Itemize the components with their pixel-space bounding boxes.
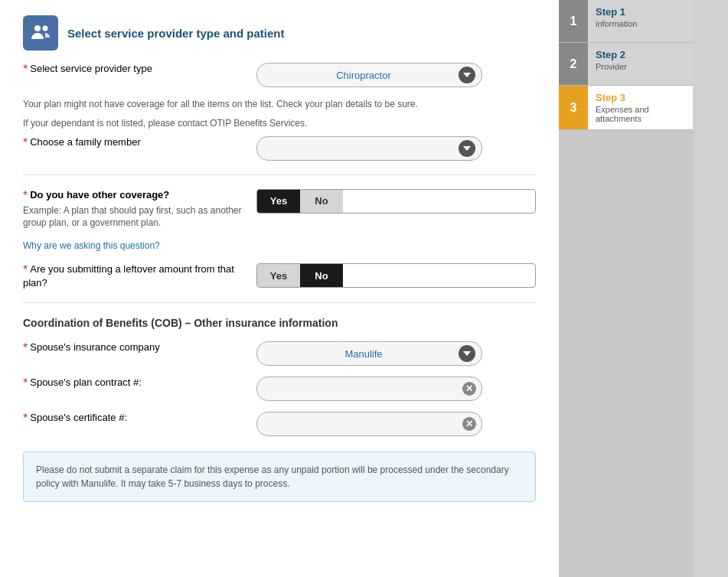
required-marker-spce: *	[23, 412, 28, 425]
sidebar: 1 Step 1 information 2 Step 2 Provider 3…	[559, 0, 693, 577]
step-2-content: Step 2 Provider	[588, 43, 693, 85]
step-3-number: 3	[559, 86, 588, 129]
other-coverage-yesno[interactable]: Yes No	[256, 189, 536, 214]
why-asking-link[interactable]: Why are we asking this question?	[23, 240, 536, 251]
other-coverage-yes-button[interactable]: Yes	[257, 190, 300, 213]
provider-type-arrow-icon	[459, 67, 475, 83]
family-member-display[interactable]	[256, 136, 482, 161]
spouse-company-label-col: *Spouse's insurance company	[23, 341, 256, 355]
spouse-contract-control: ✕	[256, 377, 536, 401]
spouse-company-display[interactable]: Manulife	[256, 341, 482, 366]
info-text-dependant: If your dependant is not listed, please …	[23, 117, 536, 130]
spouse-contract-row: *Spouse's plan contract #: ✕	[23, 377, 536, 401]
family-member-control	[256, 136, 536, 161]
other-coverage-label: Do you have other coverage?	[30, 189, 169, 200]
provider-type-value: Chiropractor	[269, 70, 459, 81]
spouse-cert-clear-icon[interactable]: ✕	[462, 417, 476, 431]
divider-2	[23, 302, 536, 303]
svg-point-1	[43, 26, 48, 31]
step-2-name: Step 2	[596, 49, 685, 60]
sidebar-step-3[interactable]: 3 Step 3 Expenses and attachments	[559, 86, 693, 130]
required-marker: *	[23, 63, 28, 76]
other-coverage-label-col: *Do you have other coverage? Example: A …	[23, 189, 256, 230]
leftover-yes-button[interactable]: Yes	[257, 264, 300, 287]
other-coverage-row: *Do you have other coverage? Example: A …	[23, 189, 536, 230]
other-coverage-label-wrap: *Do you have other coverage?	[23, 189, 256, 203]
provider-type-label-col: *Select service provider type	[23, 63, 256, 77]
required-marker-cov: *	[23, 189, 28, 202]
svg-point-0	[34, 25, 41, 31]
step-1-number: 1	[559, 0, 588, 42]
provider-type-display[interactable]: Chiropractor	[256, 63, 482, 87]
required-marker-sc: *	[23, 341, 28, 354]
spouse-cert-row: *Spouse's certificate #: ✕	[23, 412, 536, 436]
sidebar-step-2[interactable]: 2 Step 2 Provider	[559, 43, 693, 86]
info-text-dependant-text: If your dependant is not listed, please …	[23, 118, 307, 129]
spouse-contract-clear-icon[interactable]: ✕	[462, 382, 476, 396]
step-2-number: 2	[559, 43, 588, 85]
spouse-cert-input[interactable]	[256, 412, 482, 436]
family-member-label: Choose a family member	[30, 136, 141, 148]
spouse-cert-label-col: *Spouse's certificate #:	[23, 412, 256, 425]
leftover-no-button[interactable]: No	[300, 264, 343, 287]
spouse-cert-label: Spouse's certificate #:	[30, 412, 127, 424]
provider-type-label: Select service provider type	[30, 63, 152, 74]
spouse-cert-control: ✕	[256, 412, 536, 436]
step-3-name: Step 3	[596, 92, 685, 103]
leftover-label-col: *Are you submitting a leftover amount fr…	[23, 263, 256, 288]
main-content: Select service provider type and patient…	[0, 0, 559, 577]
cob-title: Coordination of Benefits (COB) – Other i…	[23, 317, 536, 329]
required-marker-family: *	[23, 136, 28, 149]
notice-box: Please do not submit a separate claim fo…	[23, 451, 536, 502]
section-icon	[23, 15, 58, 51]
spouse-company-control: Manulife	[256, 341, 536, 366]
spouse-cert-input-wrap: ✕	[256, 412, 482, 436]
provider-type-select[interactable]: Chiropractor	[256, 63, 482, 87]
spouse-contract-label-col: *Spouse's plan contract #:	[23, 377, 256, 390]
leftover-control: Yes No	[256, 263, 536, 288]
other-coverage-no-button[interactable]: No	[300, 190, 343, 213]
divider-1	[23, 174, 536, 175]
sidebar-step-1[interactable]: 1 Step 1 information	[559, 0, 693, 43]
info-text-coverage: Your plan might not have coverage for al…	[23, 98, 536, 111]
section-header: Select service provider type and patient	[23, 15, 536, 51]
family-member-select[interactable]	[256, 136, 482, 161]
family-member-label-col: *Choose a family member	[23, 136, 256, 150]
spouse-contract-label: Spouse's plan contract #:	[30, 377, 142, 389]
leftover-yesno[interactable]: Yes No	[256, 263, 536, 288]
spouse-company-arrow-icon	[459, 345, 475, 362]
spouse-company-row: *Spouse's insurance company Manulife	[23, 341, 536, 366]
provider-type-row: *Select service provider type Chiropract…	[23, 63, 536, 87]
step-1-desc: information	[596, 19, 685, 28]
page-title: Select service provider type and patient	[67, 27, 284, 40]
step-1-content: Step 1 information	[588, 0, 693, 42]
spouse-contract-input[interactable]	[256, 377, 482, 401]
leftover-label: Are you submitting a leftover amount fro…	[23, 264, 234, 289]
spouse-company-select[interactable]: Manulife	[256, 341, 482, 366]
other-coverage-control: Yes No	[256, 189, 536, 214]
spouse-company-value: Manulife	[269, 348, 459, 360]
required-marker-left: *	[23, 263, 28, 276]
family-member-row: *Choose a family member	[23, 136, 536, 161]
step-3-content: Step 3 Expenses and attachments	[588, 86, 693, 129]
leftover-row: *Are you submitting a leftover amount fr…	[23, 263, 536, 288]
people-icon	[30, 22, 51, 44]
spouse-contract-input-wrap: ✕	[256, 377, 482, 401]
step-2-desc: Provider	[596, 62, 685, 71]
notice-text: Please do not submit a separate claim fo…	[36, 465, 509, 489]
required-marker-spc: *	[23, 377, 28, 390]
step-1-name: Step 1	[596, 6, 685, 18]
spouse-company-label: Spouse's insurance company	[30, 342, 159, 354]
family-member-arrow-icon	[459, 140, 475, 157]
other-coverage-sublabel: Example: A plan that should pay first, s…	[23, 204, 256, 230]
step-3-desc: Expenses and attachments	[596, 105, 685, 123]
provider-type-control: Chiropractor	[256, 63, 536, 87]
